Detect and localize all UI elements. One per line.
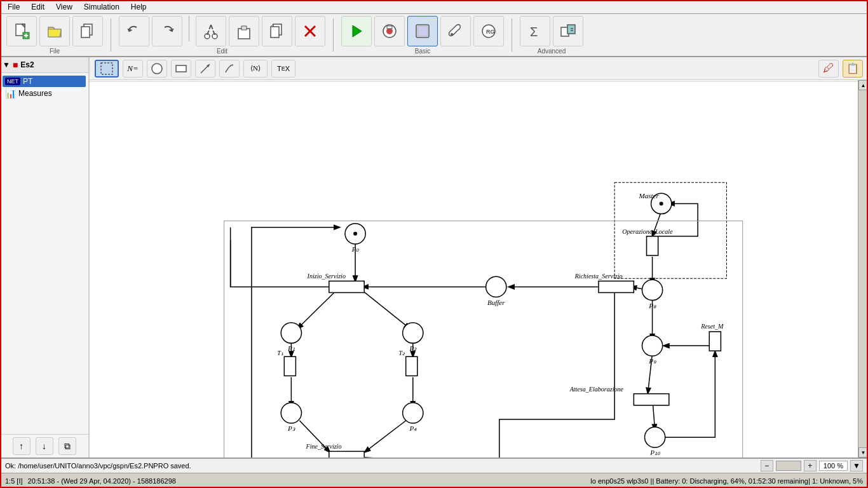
canvas-area: N= ⟨N⟩ [89,57,868,458]
zoom-controls: − + 100 % ▼ [761,460,863,471]
inhibitor-tool-button[interactable] [219,60,240,78]
advanced2-button[interactable] [553,16,583,46]
token-Master [660,201,663,205]
token-tool-button[interactable]: ⟨N⟩ [243,60,268,78]
copy-file-button[interactable] [72,16,103,46]
transition-tool-button[interactable] [171,60,191,78]
arc-tool-button[interactable] [195,60,215,78]
svg-rect-13 [241,26,247,30]
zoom-level: 100 % [819,461,848,471]
transition-T1[interactable] [284,356,295,376]
outer-boundary [224,221,743,458]
clear-drawing-button[interactable]: 🖊 [818,60,839,78]
open-button[interactable] [39,16,70,46]
divider-3 [512,18,512,51]
status-ok-message: Ok: /home/user/UNITO/anno3/vpc/gspn/Es2.… [5,462,750,470]
label-P0: P₀ [351,245,360,253]
scroll-down-button[interactable]: ▼ [858,447,869,458]
menu-file[interactable]: File [3,1,25,13]
select-tool-button[interactable] [95,60,119,78]
svg-text:RG: RG [486,29,495,35]
move-up-button[interactable]: ↑ [13,437,31,455]
label-P3: P₃ [287,424,295,432]
copy-button[interactable]: ⧉ [58,437,76,455]
menu-simulation[interactable]: Simulation [79,1,125,13]
transition-T2[interactable] [406,356,417,376]
tree-expand-icon[interactable]: ▼ [3,60,10,69]
vertical-scrollbar[interactable]: ▲ ▼ [858,80,868,458]
undo-button[interactable] [119,16,149,46]
svg-marker-19 [353,25,362,37]
place-tool-button[interactable] [147,60,167,78]
delete-button[interactable] [295,16,325,46]
transition-Reset_M[interactable] [709,332,721,351]
save-layout-button[interactable]: 📋 [843,60,863,78]
zoom-minus-button[interactable]: − [761,460,773,471]
label-T2: T₂ [399,349,406,356]
place-Buffer[interactable] [486,276,506,297]
arc-attesa-p10 [653,405,655,430]
svg-rect-33 [101,63,112,74]
place-P2[interactable] [403,323,423,343]
wrench-button[interactable] [440,16,471,46]
transition-Inizio_Servizio[interactable] [329,281,364,292]
label-Attesa_Elaborazione: Attesa_Elaborazione [569,386,624,393]
token-P0 [353,232,357,236]
place-P3[interactable] [281,403,301,423]
label-P8: P₈ [648,302,656,309]
advanced-toolbar-group: Σ Advanced [516,15,587,56]
transition-Fine_Servizio[interactable] [329,451,364,458]
transition-Richiesta_Servizio[interactable] [599,281,634,292]
petri-net-canvas[interactable]: P₀ P₁ P₂ P₃ P₄ P₅ [89,80,858,458]
arc-inizio-p1 [297,287,339,328]
rg-button[interactable]: RG [473,16,504,46]
zoom-dropdown-button[interactable]: ▼ [850,460,863,471]
zoom-plus-button[interactable]: + [804,460,817,471]
n-equals-tool[interactable]: N= [123,60,143,78]
scroll-up-button[interactable]: ▲ [858,80,869,90]
label-Fine_Servizio: Fine_Servizio [306,443,342,450]
draw-toolbar: N= ⟨N⟩ [89,57,868,80]
tree-measures-item[interactable]: 📊 Measures [3,87,86,100]
measures-chart-icon: 📊 [5,88,16,98]
paste-button[interactable] [229,16,259,46]
svg-rect-22 [387,26,392,29]
tree-net-icon: ■ [13,60,18,70]
tex-tool-button[interactable]: TEX [271,60,295,78]
zoom-slider[interactable] [776,461,801,471]
menu-help[interactable]: Help [126,1,152,13]
arc-resetm-p9 [664,332,715,346]
arc-p6-ric [499,287,632,458]
record-button[interactable] [374,16,405,46]
place-P8[interactable] [642,280,662,300]
menu-view[interactable]: View [51,1,78,13]
place-P1[interactable] [281,323,301,343]
redo-button[interactable] [152,16,182,46]
file-toolbar-group: File [3,15,107,56]
svg-rect-30 [567,25,575,34]
edit-group-label: Edit [217,48,227,55]
left-panel: ▼ ■ Es2 NET PT 📊 Measures ↑ ↓ ⧉ [0,57,89,458]
stop-button[interactable] [407,16,438,46]
arc-p4-fine [365,421,405,452]
sigma-button[interactable]: Σ [520,16,550,46]
arc-inizio-p2 [358,287,410,328]
transition-Operazione_Locale[interactable] [647,236,658,255]
tree-net-item[interactable]: NET PT [3,76,86,87]
new-button[interactable] [6,16,37,46]
transition-Attesa_Elaborazione[interactable] [634,394,668,405]
label-Master: Master [638,192,659,200]
menu-edit[interactable]: Edit [26,1,50,13]
svg-rect-6 [81,27,90,37]
duplicate-button[interactable] [262,16,292,46]
place-P10[interactable] [645,427,665,447]
svg-rect-24 [417,26,428,36]
run-button[interactable] [341,16,372,46]
place-P4[interactable] [403,403,423,423]
system-status-bar: 1:5 [I] 20:51:38 - (Wed 29 Apr, 04.2020)… [0,473,868,488]
move-down-button[interactable]: ↓ [36,437,53,455]
edit-toolbar-group: Edit [115,15,329,56]
cut-button[interactable] [196,16,226,46]
place-P9[interactable] [642,336,662,356]
datetime-info: 20:51:38 - (Wed 29 Apr, 04.2020) - 15881… [28,477,176,485]
